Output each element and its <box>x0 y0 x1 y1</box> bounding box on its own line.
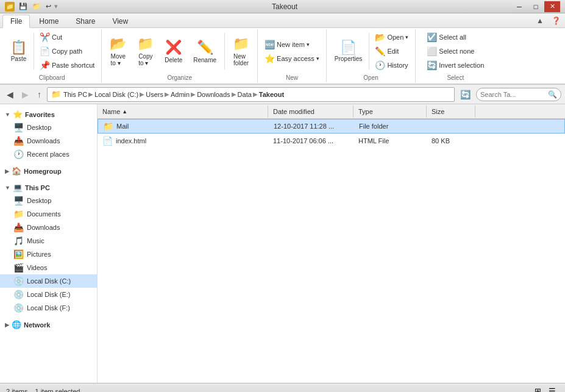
file-type-index: HTML File <box>354 137 427 144</box>
search-input[interactable] <box>480 91 548 98</box>
select-label: Select <box>447 72 464 81</box>
new-content: 🆕 New item ▾ ⭐ Easy access ▾ <box>261 30 322 72</box>
copy-icon: 📄 <box>40 46 50 56</box>
move-to-button[interactable]: 📂 Moveto ▾ <box>105 33 130 69</box>
sidebar-item-documents[interactable]: 📁 Documents <box>0 207 97 221</box>
item-count: 2 items <box>6 388 27 393</box>
easy-access-button[interactable]: ⭐ Easy access ▾ <box>261 52 322 65</box>
window-title: Takeout <box>58 2 511 11</box>
sidebar-network-header[interactable]: ▶ 🌐 Network <box>0 318 97 331</box>
open-button[interactable]: 📁 <box>30 2 43 11</box>
bc-admin[interactable]: Admin <box>171 91 190 98</box>
col-header-type[interactable]: Type <box>354 105 427 118</box>
status-left: 2 items 1 item selected <box>6 388 80 393</box>
bc-data[interactable]: Data <box>238 91 252 98</box>
edit-icon: ✏️ <box>375 46 385 56</box>
undo-button[interactable]: ↩ <box>44 2 53 11</box>
minimize-button[interactable]: ─ <box>511 1 527 12</box>
up-button[interactable]: ↑ <box>34 88 44 101</box>
sidebar-item-localdisk-c[interactable]: 💿 Local Disk (C:) <box>0 274 97 288</box>
sidebar-item-desktop-pc[interactable]: 🖥️ Desktop <box>0 194 97 207</box>
cut-button[interactable]: ✂️ Cut <box>37 30 98 44</box>
bc-takeout[interactable]: Takeout <box>259 91 284 98</box>
favorites-icon: ⭐ <box>13 110 23 119</box>
select-none-button[interactable]: ⬜ Select none <box>424 45 487 58</box>
col-header-date[interactable]: Date modified <box>268 105 354 118</box>
sidebar-item-downloads-fav[interactable]: 📥 Downloads <box>0 134 97 148</box>
status-right: ⊞ ☰ <box>531 385 559 392</box>
sidebar-homegroup-header[interactable]: ▶ 🏠 Homegroup <box>0 165 97 177</box>
refresh-button[interactable]: 🔄 <box>457 88 474 101</box>
bc-downloads[interactable]: Downloads <box>197 91 230 98</box>
open-button[interactable]: 📂 Open ▾ <box>372 30 411 44</box>
bc-sep2: ▶ <box>140 91 144 98</box>
bc-thispc[interactable]: This PC <box>63 91 87 98</box>
view-list-button[interactable]: ☰ <box>545 385 559 392</box>
window-controls: ─ □ ✕ <box>511 1 560 12</box>
view-tiles-button[interactable]: ⊞ <box>531 385 544 392</box>
forward-button[interactable]: ▶ <box>19 88 32 101</box>
sidebar-item-pictures[interactable]: 🖼️ Pictures <box>0 248 97 261</box>
sidebar-favorites-header[interactable]: ▼ ⭐ Favorites <box>0 108 97 121</box>
copy-button[interactable]: 📄 Copy path <box>37 45 98 58</box>
mail-folder-icon: 📁 <box>103 121 113 131</box>
ribbon-group-clipboard: 📋 Paste ✂️ Cut 📄 Copy path 📌 Paste short… <box>2 29 102 82</box>
paste-shortcut-icon: 📌 <box>40 60 50 70</box>
sidebar-item-downloads-pc[interactable]: 📥 Downloads <box>0 221 97 234</box>
downloads-fav-icon: 📥 <box>13 136 24 146</box>
address-bar: ◀ ▶ ↑ 📁 This PC ▶ Local Disk (C:) ▶ User… <box>0 85 565 104</box>
tab-file[interactable]: File <box>2 15 30 28</box>
file-row-index[interactable]: 📄 index.html 11-10-2017 06:06 ... HTML F… <box>98 134 565 148</box>
properties-button[interactable]: 📄 Properties <box>330 38 367 65</box>
history-button[interactable]: 🕐 History <box>372 59 411 72</box>
save-button[interactable]: 💾 <box>17 2 29 11</box>
organize-label: Organize <box>167 72 192 81</box>
tab-home[interactable]: Home <box>31 15 66 27</box>
thispc-icon: 💻 <box>13 183 23 192</box>
bc-users[interactable]: Users <box>146 91 163 98</box>
back-button[interactable]: ◀ <box>4 88 16 101</box>
bc-sep3: ▶ <box>165 91 169 98</box>
delete-button[interactable]: ❌ Delete <box>160 37 187 66</box>
ribbon-group-new: 🆕 New item ▾ ⭐ Easy access ▾ New <box>258 29 327 82</box>
edit-button[interactable]: ✏️ Edit <box>372 45 411 58</box>
col-header-name[interactable]: Name ▲ <box>98 105 268 118</box>
rename-button[interactable]: ✏️ Rename <box>189 37 221 66</box>
cut-icon: ✂️ <box>40 32 50 42</box>
invert-selection-button[interactable]: 🔄 Invert selection <box>424 59 487 72</box>
ribbon-collapse-button[interactable]: ▲ <box>533 14 547 27</box>
sidebar-item-videos[interactable]: 🎬 Videos <box>0 261 97 274</box>
file-row-mail[interactable]: 📁 Mail 12-10-2017 11:28 ... File folder <box>98 119 565 134</box>
bc-sep5: ▶ <box>232 91 236 98</box>
homegroup-label: Homegroup <box>24 168 62 175</box>
properties-icon: 📄 <box>340 41 357 54</box>
tab-view[interactable]: View <box>104 15 136 27</box>
sidebar: ▼ ⭐ Favorites 🖥️ Desktop 📥 Downloads 🕐 R… <box>0 104 98 383</box>
homegroup-arrow: ▶ <box>5 168 9 174</box>
restore-button[interactable]: □ <box>528 1 544 12</box>
paste-button[interactable]: 📋 Paste <box>6 38 31 65</box>
file-pane: Name ▲ Date modified Type Size 📁 Mail 12… <box>98 104 565 383</box>
new-item-button[interactable]: 🆕 New item ▾ <box>261 38 322 51</box>
tab-share[interactable]: Share <box>68 15 103 27</box>
sidebar-item-recent[interactable]: 🕐 Recent places <box>0 148 97 161</box>
sidebar-item-localdisk-e[interactable]: 💿 Local Disk (E:) <box>0 288 97 301</box>
col-header-size[interactable]: Size <box>427 105 475 118</box>
help-button[interactable]: ❓ <box>549 14 563 27</box>
title-bar: 📁 💾 📁 ↩ ▾ Takeout ─ □ ✕ <box>0 0 565 13</box>
music-icon: 🎵 <box>13 236 24 246</box>
copy-to-button[interactable]: 📁 Copyto ▾ <box>133 33 158 69</box>
new-folder-icon: 📁 <box>233 36 249 52</box>
new-folder-button[interactable]: 📁 Newfolder <box>229 33 254 69</box>
sidebar-thispc-header[interactable]: ▼ 💻 This PC <box>0 181 97 194</box>
bc-localdisk[interactable]: Local Disk (C:) <box>94 91 138 98</box>
sidebar-item-localdisk-f[interactable]: 💿 Local Disk (F:) <box>0 301 97 315</box>
sidebar-item-music[interactable]: 🎵 Music <box>0 234 97 248</box>
paste-shortcut-button[interactable]: 📌 Paste shortcut <box>37 59 98 72</box>
close-button[interactable]: ✕ <box>544 1 560 12</box>
sidebar-item-desktop-fav[interactable]: 🖥️ Desktop <box>0 121 97 134</box>
breadcrumb[interactable]: 📁 This PC ▶ Local Disk (C:) ▶ Users ▶ Ad… <box>47 87 455 102</box>
select-all-icon: ☑️ <box>427 32 437 42</box>
select-all-button[interactable]: ☑️ Select all <box>424 30 487 44</box>
favorites-label: Favorites <box>25 111 55 118</box>
